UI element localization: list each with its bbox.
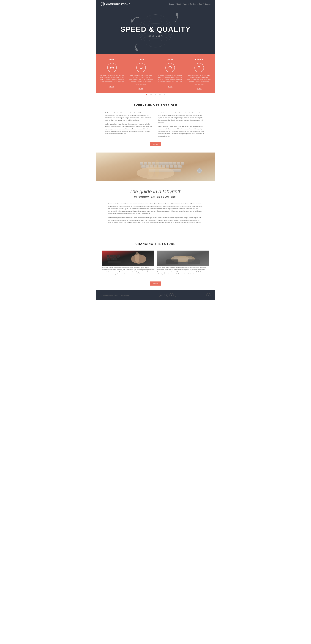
- future-item-2: Nullam iaculis lacinia est. Proin dictum…: [157, 250, 209, 275]
- future-img-2: [157, 250, 209, 266]
- nav-about[interactable]: About: [176, 3, 181, 5]
- feature-wise-more[interactable]: MORE: [110, 86, 114, 88]
- possible-cta-area: MORE: [105, 139, 206, 146]
- svg-rect-61: [114, 255, 116, 258]
- possible-col2: Nulla facilisi Aenean nectibulumante Lor…: [158, 112, 206, 139]
- svg-rect-32: [144, 162, 147, 165]
- svg-rect-60: [110, 255, 112, 258]
- future-cta-area: MORE: [102, 278, 209, 286]
- feature-wise: Wise NULLA FACILISI AENEAN NECTIBULUM AN…: [99, 58, 125, 90]
- footer-social: g+ © t f: [159, 293, 179, 297]
- svg-rect-37: [164, 162, 168, 165]
- social-google-plus[interactable]: g+: [159, 293, 163, 297]
- svg-rect-42: [141, 166, 145, 168]
- svg-rect-48: [166, 166, 169, 168]
- footer-rss[interactable]: [206, 293, 210, 297]
- dot-4[interactable]: [159, 94, 160, 95]
- future-text-1: Nulla vene natis. In pede mi aliquet sit…: [102, 267, 154, 275]
- nav-sep-2: /: [182, 3, 182, 5]
- future-more-button[interactable]: MORE: [150, 282, 161, 286]
- feature-quick-title: Quick: [157, 58, 183, 61]
- future-text-2: Nullam iaculis lacinia est. Proin dictum…: [157, 267, 209, 275]
- keyboard-image-section: [96, 152, 215, 181]
- svg-rect-64: [111, 258, 114, 260]
- divider-dots: [96, 93, 215, 96]
- future-grid: Nulla vene natis. In pede mi aliquet sit…: [102, 250, 209, 275]
- nav-services[interactable]: Services: [190, 3, 196, 5]
- feature-clean-title: Clean: [128, 58, 154, 61]
- social-twitter[interactable]: t: [170, 293, 174, 297]
- globe-icon: [100, 2, 105, 6]
- dot-1[interactable]: [146, 94, 147, 95]
- nav-contact[interactable]: Contact: [204, 3, 210, 5]
- possible-title: EVERYTHING IS POSSIBLE: [105, 104, 206, 107]
- nav-blog[interactable]: Blog: [199, 3, 202, 5]
- svg-rect-62: [117, 255, 119, 258]
- nav-news[interactable]: News: [183, 3, 188, 5]
- social-facebook[interactable]: f: [175, 293, 179, 297]
- feature-careful-text: PRIM FAUCIBUS ORC LU STUE ET TRICES POSU…: [186, 74, 212, 86]
- svg-point-68: [135, 252, 140, 263]
- possible-content: Nullam iaculis lacinia est. Proin dictum…: [105, 112, 206, 139]
- logo-area: COMMUNICATIONS: [100, 2, 130, 6]
- feature-careful-title: Careful: [186, 58, 212, 61]
- feature-wise-text: NULLA FACILISI AENEAN NECTIBULUM ANTE IP…: [99, 74, 125, 84]
- feature-careful-more[interactable]: MORE: [197, 88, 202, 90]
- features-grid: Wise NULLA FACILISI AENEAN NECTIBULUM AN…: [99, 58, 212, 90]
- features-section: Wise NULLA FACILISI AENEAN NECTIBULUM AN…: [96, 54, 215, 93]
- future-item-1: Nulla vene natis. In pede mi aliquet sit…: [102, 250, 154, 275]
- possible-col2-p2: Nullam iaculis lacinia est. Proin dictum…: [158, 125, 206, 137]
- svg-point-16: [112, 68, 112, 68]
- future-section: CHANGING THE FUTURE: [96, 234, 215, 290]
- feature-quick-icon: [166, 63, 175, 72]
- dot-2[interactable]: [150, 94, 152, 95]
- feature-quick-more[interactable]: MORE: [168, 86, 172, 88]
- guide-title: The guide in a labyrinth: [108, 189, 202, 194]
- svg-point-75: [208, 296, 208, 296]
- nav-sep-1: /: [175, 3, 175, 5]
- svg-rect-59: [107, 255, 109, 258]
- keyboard-svg: [96, 152, 215, 181]
- feature-careful-icon: [194, 63, 204, 72]
- feature-quick-text: NULLA FACILISI AENEAN NECTIBULUM ANTE IP…: [157, 74, 183, 84]
- rss-icon: [208, 294, 210, 296]
- nav-sep-3: /: [188, 3, 189, 5]
- hero-cta[interactable]: READ MORE: [148, 35, 162, 37]
- feature-clean-more[interactable]: MORE: [138, 88, 144, 90]
- feature-clean: Clean PRIM FAUCIBUS ORC LU STUE ET TRICE…: [128, 58, 154, 90]
- dot-3[interactable]: [155, 94, 156, 95]
- svg-rect-41: [181, 162, 184, 165]
- header: COMMUNICATIONS Home / About / News / Ser…: [96, 0, 215, 8]
- svg-line-24: [170, 68, 171, 68]
- hero-section: SPEED & QUALITY READ MORE: [96, 8, 215, 54]
- possible-col1: Nullam iaculis lacinia est. Proin dictum…: [105, 112, 153, 139]
- svg-rect-65: [114, 258, 117, 260]
- nav: Home / About / News / Services / Blog / …: [169, 3, 210, 5]
- dot-5[interactable]: [164, 94, 165, 95]
- feature-clean-text: PRIM FAUCIBUS ORC LU STUE ET TRICES POSU…: [128, 74, 154, 86]
- future-title: CHANGING THE FUTURE: [102, 242, 209, 246]
- feature-quick: Quick NULLA FACILISI AENEAN NECTIBULUM A…: [157, 58, 183, 90]
- svg-rect-63: [108, 258, 110, 260]
- svg-point-14: [152, 34, 153, 34]
- guide-section: The guide in a labyrinth OF COMMUNICATIO…: [96, 181, 215, 234]
- svg-rect-49: [170, 166, 174, 168]
- possible-section: EVERYTHING IS POSSIBLE Nullam iaculis la…: [96, 96, 215, 152]
- svg-rect-31: [140, 162, 143, 165]
- svg-rect-50: [174, 166, 178, 168]
- svg-rect-36: [160, 162, 164, 165]
- nav-home[interactable]: Home: [169, 3, 174, 5]
- svg-rect-51: [178, 166, 182, 168]
- svg-rect-38: [168, 162, 172, 165]
- svg-point-57: [198, 169, 201, 172]
- possible-col1-p2: Nulla vene natis. In pede mi aliquet sit…: [105, 123, 153, 135]
- feature-careful: Careful PRIM FAUCIBUS ORC LU STUE ET TRI…: [186, 58, 212, 90]
- footer: COMMUNICATIONS © 2014 + PRIVACY POLICY g…: [96, 290, 215, 300]
- footer-copyright: COMMUNICATIONS © 2014 + PRIVACY POLICY: [100, 294, 131, 296]
- logo-text: COMMUNICATIONS: [106, 3, 130, 6]
- possible-more-button[interactable]: MORE: [150, 142, 161, 146]
- guide-p2: Voluptas sit aspernatur aut odit aut fug…: [108, 216, 202, 226]
- social-circle[interactable]: ©: [164, 293, 168, 297]
- svg-point-55: [155, 160, 160, 177]
- svg-point-54: [148, 162, 154, 178]
